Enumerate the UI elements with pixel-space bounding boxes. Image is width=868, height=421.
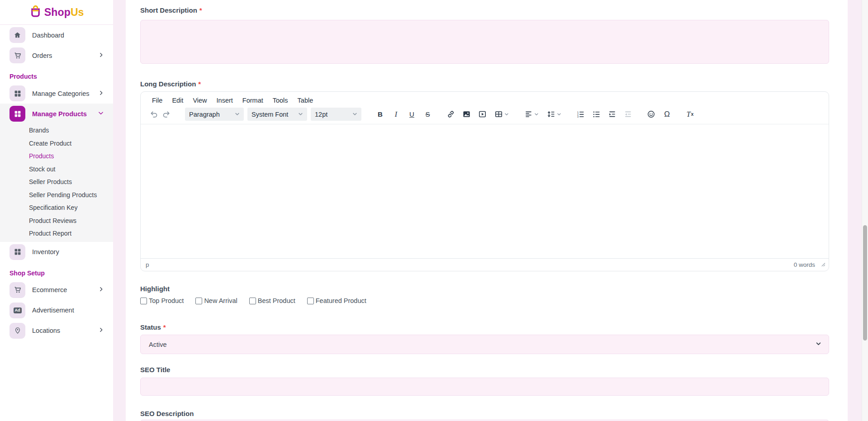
sidebar-item-label: Manage Categories [32, 90, 98, 97]
seo-title-input[interactable] [140, 378, 829, 396]
grid-icon [9, 244, 25, 260]
sidebar-subitem-create-product[interactable]: Create Product [0, 137, 113, 150]
outdent-button[interactable] [622, 108, 634, 121]
featured-product-checkbox[interactable] [307, 298, 314, 304]
link-button[interactable] [445, 108, 457, 121]
insert-media-button[interactable] [476, 108, 489, 121]
chevron-right-icon [98, 52, 104, 60]
special-character-button[interactable]: Ω [661, 108, 673, 121]
logo-text-shop: Shop [44, 6, 71, 18]
highlight-options: Top Product New Arrival Best Product Fea… [140, 297, 829, 304]
sidebar-subitem-seller-pending-products[interactable]: Seller Pending Products [0, 189, 113, 202]
menu-table[interactable]: Table [294, 95, 318, 105]
underline-button[interactable]: U [406, 108, 418, 121]
chevron-down-icon [816, 341, 821, 348]
checkbox-best-product[interactable]: Best Product [249, 297, 295, 304]
sidebar-item-label: Ecommerce [32, 286, 98, 293]
sidebar-item-label: Locations [32, 327, 98, 334]
menu-view[interactable]: View [189, 95, 211, 105]
sidebar-subitem-brands[interactable]: Brands [0, 124, 113, 137]
status-select[interactable]: Active [140, 335, 829, 354]
sidebar-item-inventory[interactable]: Inventory [0, 242, 113, 262]
menu-format[interactable]: Format [238, 95, 267, 105]
page-scrollbar[interactable] [862, 0, 868, 421]
sidebar-subitem-product-report[interactable]: Product Report [0, 227, 113, 240]
clear-formatting-button[interactable]: Tx [684, 108, 696, 121]
sidebar-item-label: Advertisement [32, 307, 104, 314]
font-family-select[interactable]: System Font [247, 108, 307, 121]
ad-icon: Ad [9, 303, 25, 318]
sidebar-subitem-specification-key[interactable]: Specification Key [0, 201, 113, 214]
resize-handle-icon[interactable] [821, 261, 825, 268]
sidebar-subitem-stock-out[interactable]: Stock out [0, 163, 113, 176]
required-asterisk: * [199, 6, 202, 14]
sidebar-subitem-seller-products[interactable]: Seller Products [0, 175, 113, 189]
sidebar-item-ecommerce[interactable]: Ecommerce [0, 280, 113, 300]
cart-icon [9, 282, 25, 298]
align-button[interactable] [522, 108, 541, 121]
editor-menubar: File Edit View Insert Format Tools Table [141, 92, 829, 106]
manage-products-section: Manage Products Brands Create Product Pr… [0, 104, 113, 242]
sidebar-item-manage-categories[interactable]: Manage Categories [0, 83, 113, 104]
sidebar-subitem-products[interactable]: Products [0, 150, 113, 163]
grid-icon [9, 106, 25, 122]
table-button[interactable] [492, 108, 511, 121]
status-label: Status* [140, 323, 829, 331]
menu-tools[interactable]: Tools [269, 95, 292, 105]
menu-edit[interactable]: Edit [168, 95, 187, 105]
top-product-checkbox[interactable] [140, 298, 147, 304]
new-arrival-checkbox[interactable] [195, 298, 202, 304]
required-asterisk: * [163, 323, 166, 331]
chevron-right-icon [98, 286, 104, 294]
home-icon [9, 27, 25, 43]
bold-button[interactable]: B [374, 108, 386, 121]
sidebar-item-label: Manage Products [32, 110, 98, 118]
short-description-input[interactable] [140, 20, 829, 64]
sidebar-subitem-product-reviews[interactable]: Product Reviews [0, 214, 113, 227]
sidebar-item-manage-products[interactable]: Manage Products [0, 104, 113, 124]
shopus-bag-icon [29, 5, 42, 20]
block-format-select[interactable]: Paragraph [185, 108, 244, 121]
highlight-label: Highlight [140, 285, 829, 293]
chevron-right-icon [98, 90, 104, 98]
menu-file[interactable]: File [148, 95, 166, 105]
short-description-label: Short Description* [140, 6, 829, 14]
logo[interactable]: ShopUs [0, 0, 113, 25]
status-select-value: Active [149, 341, 167, 348]
element-path[interactable]: p [146, 261, 794, 268]
sidebar: ShopUs Dashboard Orders Products Manage … [0, 0, 113, 421]
italic-button[interactable]: I [390, 108, 402, 121]
checkbox-new-arrival[interactable]: New Arrival [195, 297, 237, 304]
ordered-list-button[interactable]: 123 [574, 108, 587, 121]
undo-button[interactable] [148, 108, 160, 121]
best-product-checkbox[interactable] [249, 298, 256, 304]
sidebar-heading-shop-setup: Shop Setup [0, 262, 113, 280]
strikethrough-button[interactable]: S [422, 108, 434, 121]
chevron-down-icon [298, 111, 303, 118]
chevron-down-icon [352, 111, 357, 118]
logo-text-us: Us [71, 6, 84, 18]
emoji-button[interactable] [645, 108, 657, 121]
sidebar-item-label: Dashboard [32, 32, 104, 39]
seo-title-label: SEO Title [140, 366, 829, 374]
sidebar-heading-products: Products [0, 66, 113, 83]
svg-text:3: 3 [577, 115, 579, 118]
checkbox-featured-product[interactable]: Featured Product [307, 297, 366, 304]
bullet-list-button[interactable] [590, 108, 602, 121]
seo-description-label: SEO Description [140, 410, 829, 418]
line-height-button[interactable] [545, 108, 564, 121]
checkbox-top-product[interactable]: Top Product [140, 297, 184, 304]
font-size-select[interactable]: 12pt [311, 108, 361, 121]
long-description-label: Long Description* [140, 80, 829, 88]
sidebar-item-advertisement[interactable]: Ad Advertisement [0, 300, 113, 321]
scrollbar-thumb[interactable] [863, 225, 867, 341]
insert-image-button[interactable] [460, 108, 473, 121]
sidebar-item-orders[interactable]: Orders [0, 45, 113, 66]
indent-button[interactable] [606, 108, 618, 121]
menu-insert[interactable]: Insert [213, 95, 237, 105]
redo-button[interactable] [160, 108, 172, 121]
sidebar-item-locations[interactable]: Locations [0, 321, 113, 341]
sidebar-item-dashboard[interactable]: Dashboard [0, 25, 113, 45]
editor-content-area[interactable] [141, 124, 829, 258]
chevron-down-icon [235, 111, 240, 118]
